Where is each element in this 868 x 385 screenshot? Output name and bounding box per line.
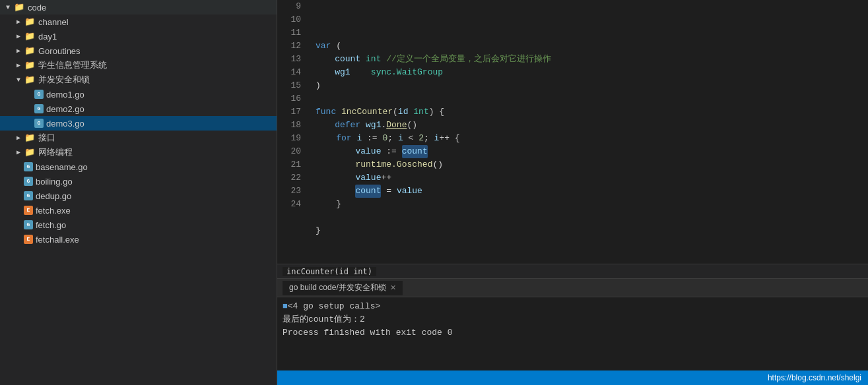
chevron-down-icon[interactable]: ▼ (3, 4, 13, 11)
sidebar-item-label: demo1.go (46, 90, 84, 100)
status-bar: https://blog.csdn.net/shelgi (277, 370, 868, 385)
sidebar-item-fetchexe[interactable]: Efetch.exe (0, 203, 277, 218)
sidebar-item-dedup[interactable]: Gdedup.go (0, 189, 277, 203)
keyword-token: for (336, 132, 351, 145)
terminal-prefix-icon: ■ (283, 301, 288, 311)
sidebar-item-label: code (28, 3, 46, 13)
operator-token: } (336, 198, 341, 211)
operator-token (314, 119, 335, 132)
chevron-down-icon[interactable]: ▼ (13, 76, 24, 84)
line-number: 22 (288, 171, 301, 185)
sidebar-item-goroutines[interactable]: ▶📁Goroutines (0, 44, 277, 58)
folder-icon: 📁 (24, 147, 36, 158)
sidebar-item-network[interactable]: ▶📁网络编程 (0, 145, 277, 160)
function-underline-token: Done (386, 119, 407, 132)
operator-token (403, 132, 409, 145)
operator-token (314, 66, 335, 79)
code-line: } (314, 198, 868, 211)
operator-token (391, 185, 397, 198)
line-number: 13 (288, 53, 301, 66)
operator-token (336, 105, 341, 119)
line-number: 11 (288, 26, 301, 40)
terminal-area: go build code/并发安全和锁 ✕ ■<4 go setup call… (277, 278, 868, 370)
operator-token (378, 132, 383, 145)
sidebar-item-label: fetch.exe (36, 206, 71, 216)
chevron-right-icon[interactable]: ▶ (13, 18, 24, 26)
exe-file-icon: E (24, 206, 33, 215)
terminal-tab-bar: go build code/并发安全和锁 ✕ (277, 279, 868, 297)
sidebar-item-concurrent[interactable]: ▼📁并发安全和锁 (0, 73, 277, 87)
sidebar-item-demo3[interactable]: Gdemo3.go (0, 116, 277, 131)
operator-token (314, 145, 355, 158)
chevron-right-icon[interactable]: ▶ (13, 148, 24, 156)
sidebar-item-code[interactable]: ▼📁code (0, 0, 277, 15)
line-number: 9 (288, 0, 301, 13)
operator-token: = (386, 185, 391, 198)
operator-token (351, 66, 371, 79)
line-number: 10 (288, 13, 301, 26)
code-line: for i := 0; i < 2; i++ { (314, 132, 868, 145)
folder-icon: 📁 (24, 16, 36, 27)
main-area: ▼📁code▶📁channel▶📁day1▶📁Goroutines▶📁学生信息管… (0, 0, 868, 385)
sidebar-item-student[interactable]: ▶📁学生信息管理系统 (0, 58, 277, 73)
sidebar-item-fetchgo[interactable]: Gfetch.go (0, 218, 277, 232)
sidebar-item-fetchallexe[interactable]: Efetchall.exe (0, 232, 277, 247)
go-file-icon: G (34, 119, 44, 128)
variable-token: value (355, 171, 381, 185)
code-line: ) (314, 79, 868, 92)
operator-token (352, 132, 357, 145)
function-token: incCounter (341, 105, 393, 119)
line-number: 15 (288, 79, 301, 92)
code-line: count = value (314, 185, 868, 198)
code-content: var ( count int //定义一个全局变量，之后会对它进行操作 wg1… (309, 0, 868, 264)
sidebar-item-label: channel (38, 17, 69, 27)
sidebar-item-channel[interactable]: ▶📁channel (0, 15, 277, 29)
sidebar-item-demo2[interactable]: Gdemo2.go (0, 102, 277, 116)
variable-token: id (398, 105, 409, 119)
line-number: 12 (288, 40, 301, 53)
variable-token: wg1 (366, 119, 381, 132)
code-container: 9101112131415161718192021222324 var ( co… (277, 0, 868, 264)
comment-token: //定义一个全局变量，之后会对它进行操作 (386, 53, 551, 66)
terminal-text: <4 go setup calls> (288, 301, 380, 311)
chevron-right-icon[interactable]: ▶ (13, 32, 24, 40)
operator-token (362, 132, 367, 145)
chevron-right-icon[interactable]: ▶ (13, 61, 24, 69)
sidebar-item-interface[interactable]: ▶📁接口 (0, 131, 277, 145)
operator-token: () (432, 158, 443, 171)
line-number: 16 (288, 92, 301, 105)
terminal-tab[interactable]: go build code/并发安全和锁 ✕ (283, 281, 403, 295)
folder-icon: 📁 (24, 45, 36, 56)
sidebar-item-label: day1 (38, 32, 57, 42)
sidebar-item-boiling[interactable]: Gboiling.go (0, 174, 277, 189)
operator-token: } (316, 224, 321, 237)
code-line: value := count (314, 145, 868, 158)
code-line (314, 237, 868, 251)
chevron-right-icon[interactable]: ▶ (13, 134, 24, 142)
sidebar-item-label: Goroutines (38, 46, 81, 56)
sidebar-item-label: fetch.go (36, 220, 66, 230)
sidebar-item-basename[interactable]: Gbasename.go (0, 160, 277, 174)
line-number: 18 (288, 119, 301, 132)
variable-token: wg1 (335, 66, 350, 79)
variable-token: i (434, 132, 440, 145)
keyword-token: defer (335, 119, 360, 132)
operator-token: ; (424, 132, 434, 145)
sidebar-item-label: 并发安全和锁 (38, 74, 90, 86)
type-token: int (366, 53, 381, 66)
sidebar-item-day1[interactable]: ▶📁day1 (0, 29, 277, 44)
sidebar-item-demo1[interactable]: Gdemo1.go (0, 87, 277, 102)
code-line: value++ (314, 171, 868, 185)
folder-icon: 📁 (24, 133, 36, 143)
operator-token (316, 132, 336, 145)
variable-highlight-token: count (402, 145, 428, 158)
close-icon[interactable]: ✕ (390, 283, 396, 292)
terminal-content[interactable]: ■<4 go setup calls>最后的count值为：2Process f… (277, 297, 868, 370)
operator-token (314, 171, 355, 185)
editor-area: 9101112131415161718192021222324 var ( co… (277, 0, 868, 385)
code-line: var ( (314, 40, 868, 53)
chevron-right-icon[interactable]: ▶ (13, 47, 24, 55)
operator-token (316, 198, 336, 211)
operator-token: := (386, 145, 397, 158)
type-token: int (413, 105, 428, 119)
